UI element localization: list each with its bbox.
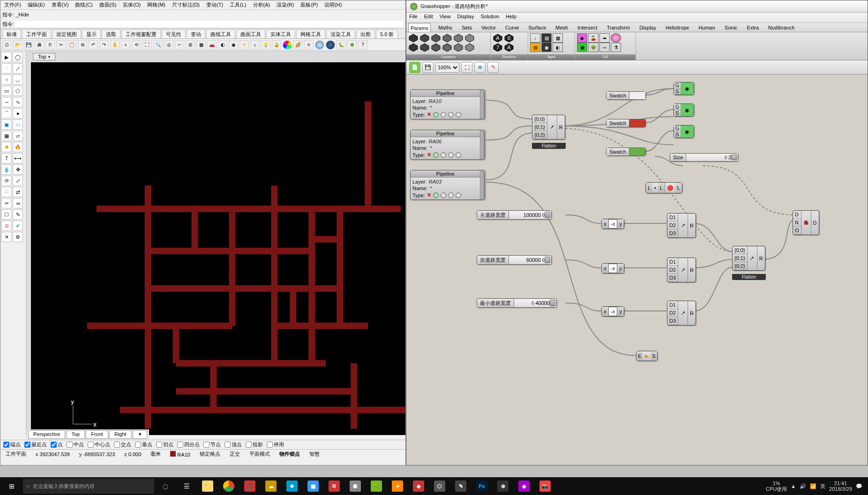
- app-icon[interactable]: ✎: [451, 478, 471, 494]
- input-icon[interactable]: ◉: [541, 43, 552, 52]
- param-icon[interactable]: [431, 33, 441, 43]
- neg-component[interactable]: x-xy: [601, 306, 624, 317]
- merge-component[interactable]: D1D2D3 ↗R: [667, 301, 696, 325]
- lock-icon[interactable]: 🔒: [272, 40, 281, 50]
- move-icon[interactable]: ✥: [13, 164, 23, 175]
- tab[interactable]: 工作平面: [22, 30, 51, 38]
- preview-component[interactable]: GS◉: [673, 125, 694, 138]
- cat-tab[interactable]: Sonic: [723, 23, 740, 32]
- cat-tab[interactable]: Mesh: [554, 23, 570, 32]
- mirror-icon[interactable]: ⇄: [13, 187, 23, 197]
- menu-item[interactable]: 文件(F): [2, 1, 23, 8]
- param-icon[interactable]: [442, 33, 452, 43]
- save-icon[interactable]: 💾: [422, 62, 434, 73]
- sketch-icon[interactable]: ✎: [487, 62, 499, 73]
- util-icon[interactable]: 🌳: [588, 43, 599, 52]
- open-doc-icon[interactable]: 📄: [409, 62, 420, 73]
- sun-icon[interactable]: ☀: [239, 40, 249, 50]
- pipeline-component[interactable]: Pipeline Layer:RA10 Name:* Type:✖: [410, 89, 485, 119]
- custom-preview-component[interactable]: DNO 🐞D: [793, 210, 819, 235]
- arc-icon[interactable]: ◡: [13, 74, 23, 85]
- cat-tab[interactable]: Surface: [526, 23, 548, 32]
- zoom-select[interactable]: 100%: [435, 62, 459, 73]
- grid-icon[interactable]: ▦: [196, 40, 206, 50]
- menu-item[interactable]: 分析(A): [251, 1, 272, 8]
- status-layer[interactable]: RA10: [168, 451, 193, 458]
- vp-tab[interactable]: Top: [66, 430, 85, 439]
- zoom-ext-icon[interactable]: ⛶: [142, 40, 152, 50]
- status-ortho[interactable]: 正交: [227, 450, 242, 458]
- poly-icon[interactable]: ⬠: [13, 86, 23, 96]
- zoom-ext-icon[interactable]: ⛶: [461, 62, 472, 73]
- osnap[interactable]: 端点: [3, 441, 21, 448]
- circle-icon[interactable]: ○: [1, 74, 12, 85]
- text-icon[interactable]: T: [1, 153, 12, 163]
- menu-item[interactable]: 曲面(S): [97, 1, 119, 8]
- pan-icon[interactable]: ✋: [110, 40, 120, 50]
- osnap[interactable]: 停用: [267, 441, 284, 448]
- taskview-icon[interactable]: ☰: [177, 478, 196, 494]
- gh-titlebar[interactable]: Grasshopper - 道路结构分析*: [406, 0, 868, 13]
- menu-view[interactable]: View: [440, 14, 451, 22]
- prim-icon[interactable]: 0: [504, 33, 514, 43]
- dot-display-component[interactable]: L•L 🔴L: [645, 182, 682, 193]
- zoom-all-icon[interactable]: ◎: [164, 40, 173, 50]
- photoshop-icon[interactable]: Ps: [472, 478, 492, 494]
- slider-main-road[interactable]: 主道路宽度100000 ◊: [477, 210, 552, 220]
- gear-icon[interactable]: ⚙: [13, 232, 23, 242]
- car-icon[interactable]: 🚗: [207, 40, 217, 50]
- sphere-icon[interactable]: ●: [13, 108, 23, 118]
- cat-tab[interactable]: Curve: [503, 23, 521, 32]
- redo-icon[interactable]: ↷: [99, 40, 109, 50]
- tab[interactable]: 显示: [82, 30, 101, 38]
- copy-icon[interactable]: ⎘: [45, 40, 55, 50]
- vp-tab[interactable]: ✦: [133, 430, 147, 439]
- slider-min-road[interactable]: 最小道路宽度◊ 40000: [477, 298, 557, 308]
- input-icon[interactable]: ↓: [530, 33, 540, 43]
- input-icon[interactable]: ▦: [553, 33, 563, 43]
- app-icon[interactable]: ❖: [282, 478, 302, 494]
- input-icon[interactable]: ▤: [541, 33, 552, 43]
- input-icon[interactable]: ◐: [553, 43, 563, 52]
- edit-icon[interactable]: ✎: [13, 209, 23, 220]
- chrome-icon[interactable]: [219, 478, 239, 494]
- param-icon[interactable]: [431, 43, 441, 52]
- undo-view-icon[interactable]: ⤺: [175, 40, 184, 50]
- undo-icon[interactable]: ↶: [89, 40, 98, 50]
- menu-item[interactable]: 工具(L): [228, 1, 248, 8]
- mesh-icon[interactable]: ▦: [1, 131, 12, 141]
- input-icon[interactable]: ▤: [530, 43, 540, 52]
- cat-tab[interactable]: Maths: [436, 23, 454, 32]
- app-icon[interactable]: ☁: [261, 478, 281, 494]
- rot-icon[interactable]: ⟳: [1, 176, 12, 186]
- menu-item[interactable]: 尺寸标注(D): [170, 1, 202, 8]
- util-icon[interactable]: 🍒: [588, 33, 599, 43]
- osnap[interactable]: 顶点: [224, 441, 242, 448]
- pipeline-component[interactable]: Pipeline Layer:RA06 Name:* Type:✖: [410, 130, 485, 160]
- util-icon[interactable]: ⚗: [611, 43, 621, 52]
- explosion-icon[interactable]: ✸: [1, 142, 12, 152]
- bulb-icon[interactable]: 💡: [261, 40, 270, 50]
- param-icon[interactable]: [464, 43, 475, 52]
- new-icon[interactable]: 🗋: [2, 40, 12, 50]
- app-icon[interactable]: ◆: [409, 478, 428, 494]
- osnap[interactable]: 切点: [156, 441, 173, 448]
- flame-icon[interactable]: 🔥: [13, 142, 23, 152]
- explorer-icon[interactable]: 📁: [198, 478, 217, 494]
- point-icon[interactable]: ·: [1, 63, 12, 74]
- cut-icon[interactable]: ✂: [56, 40, 66, 50]
- trim-icon[interactable]: ✂: [1, 198, 12, 208]
- app-icon[interactable]: ⬡: [430, 478, 449, 494]
- paste-icon[interactable]: 📋: [67, 40, 76, 50]
- osnap[interactable]: 中点: [67, 441, 84, 448]
- cortana-icon[interactable]: ◌: [156, 478, 175, 494]
- save-icon[interactable]: 💾: [24, 40, 33, 50]
- osnap[interactable]: 垂点: [135, 441, 152, 448]
- swatch-component[interactable]: Swatch: [606, 148, 646, 156]
- tab[interactable]: 可见性: [162, 30, 186, 38]
- material-icon[interactable]: 🌈: [293, 40, 303, 50]
- viewport-title[interactable]: Top: [33, 53, 55, 60]
- flow-component[interactable]: E▶S: [636, 351, 658, 361]
- tab[interactable]: 设定视图: [52, 30, 81, 38]
- status-plane[interactable]: 工作平面: [3, 450, 29, 458]
